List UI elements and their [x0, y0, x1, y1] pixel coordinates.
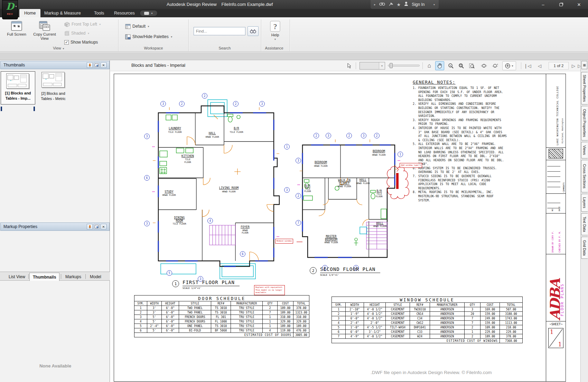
table-cell: 3 — [465, 307, 480, 312]
sign-in-caret-icon[interactable]: ▼ — [433, 3, 436, 6]
table-cell: C34 — [410, 316, 430, 321]
orbit-icon — [481, 63, 487, 69]
auto-hide-pin-button[interactable] — [87, 224, 93, 229]
home-view-button[interactable]: ⌂ — [425, 61, 434, 70]
favorites-star-icon[interactable]: ★ — [397, 2, 401, 7]
markup-new-window-bar[interactable] — [396, 173, 399, 189]
chevron-down-icon: ▼ — [151, 12, 153, 15]
column-header: REF# — [410, 303, 430, 307]
first-page-button[interactable]: ❘◁ — [524, 61, 531, 70]
expand-icon[interactable]: ▸ — [374, 3, 376, 6]
markup-callout-remove[interactable]: Remove window — [275, 239, 293, 244]
svg-text:7: 7 — [298, 221, 299, 225]
thumbnail-label-2[interactable]: [2] Blocks and Tables - Metric — [37, 91, 69, 101]
steering-wheel-icon — [505, 63, 511, 69]
tab-markup-measure[interactable]: Markup & Measure — [39, 9, 86, 17]
tab-tools[interactable]: Tools — [89, 9, 109, 17]
table-cell: 310.00 — [278, 315, 293, 319]
markup-callout-replace[interactable]: Replace with equivalent. This model is n… — [254, 285, 285, 295]
tab-object-properties[interactable]: Object Properties — [581, 106, 588, 140]
sheet-label: ~SHEET~ — [546, 322, 566, 326]
table-cell: TS 3010 — [211, 306, 231, 310]
fit-to-window-button[interactable] — [467, 61, 476, 70]
ribbon-display-options-button[interactable]: ▼ — [140, 10, 158, 16]
tab-views[interactable]: Views — [581, 142, 588, 158]
sign-in-button[interactable]: Sign In — [412, 2, 424, 7]
pan-tool-button[interactable] — [435, 61, 444, 70]
next-page-button[interactable]: ▷ — [570, 61, 577, 70]
zoom-combobox[interactable]: ▼ — [360, 62, 385, 70]
communication-center-icon[interactable] — [389, 1, 393, 8]
orbit-button[interactable] — [479, 61, 488, 70]
column-header: REF# — [211, 301, 231, 306]
column-header: STYLE — [386, 303, 410, 307]
close-panel-button[interactable]: ✕ — [101, 62, 106, 68]
svg-text:2: 2 — [235, 102, 237, 106]
copy-current-view-button[interactable]: Copy Current View — [30, 19, 59, 45]
tab-list-view[interactable]: List View — [6, 273, 28, 281]
tab-text-data[interactable]: Text Data — [581, 213, 588, 235]
column-header: MANUFACTURER — [430, 303, 465, 307]
tab-resources[interactable]: Resources — [109, 9, 140, 17]
find-input[interactable] — [194, 29, 251, 33]
restore-icon — [559, 3, 563, 6]
table-cell: 169.00 — [480, 307, 500, 312]
close-panel-button[interactable]: ✕ — [101, 224, 106, 229]
tab-model[interactable]: Model — [87, 273, 104, 281]
application-menu-button[interactable]: D REV ▼ — [2, 0, 18, 19]
table-cell: 4 — [263, 328, 278, 333]
show-markups-checkbox[interactable]: ✓ Show Markups — [64, 39, 98, 46]
thumbnail-label-1[interactable]: [1] Blocks and Tables - Imp... — [1, 91, 35, 101]
view-group-label[interactable]: View ▼ — [35, 46, 83, 52]
previous-page-button[interactable]: ◁ — [536, 61, 543, 70]
user-icon[interactable] — [404, 1, 408, 8]
svg-text:3: 3 — [328, 134, 329, 137]
table-cell: 4'-0 1/2" — [364, 312, 386, 316]
full-screen-button[interactable]: Full Screen — [4, 19, 29, 45]
table-cell: 329.00 — [278, 319, 293, 324]
panel-options-button[interactable] — [94, 62, 100, 68]
titlebar: Autodesk Design Review FileInfo.com Exam… — [0, 0, 588, 9]
close-button[interactable]: ✕ — [570, 0, 588, 9]
table-cell: 4 — [332, 321, 346, 325]
column-header: HEIGHT — [364, 303, 386, 307]
table-cell: 6'-8" — [162, 315, 179, 319]
search-binoculars-button[interactable] — [248, 26, 259, 36]
tab-layers[interactable]: Layers — [581, 194, 588, 212]
tab-sheet-properties[interactable]: Sheet Properties — [581, 72, 588, 104]
markup-callout-add-window[interactable]: Add window type 1 — [400, 163, 422, 168]
zoom-slider[interactable] — [388, 65, 420, 66]
tab-grid-data[interactable]: Grid Data — [581, 237, 588, 259]
select-tool-button[interactable] — [345, 61, 354, 70]
minimize-button[interactable]: – — [534, 0, 552, 9]
shaded-button: Shaded ▼ — [64, 30, 90, 37]
tab-home[interactable]: Home — [19, 9, 40, 17]
help-button[interactable]: ? Help ▼ — [265, 19, 285, 45]
thumbnail-image-2[interactable] — [41, 72, 65, 88]
restore-button[interactable] — [552, 0, 570, 9]
zoom-in-out-button[interactable]: ± — [446, 61, 455, 70]
tab-cross-sections[interactable]: Cross Sections — [581, 160, 588, 192]
selection-tick — [34, 107, 35, 111]
panel-options-button[interactable] — [94, 224, 100, 229]
markup-properties-title: Markup Properties — [3, 224, 37, 229]
show-hide-palettes-button[interactable]: Show/Hide Palettes ▼ — [125, 33, 173, 40]
tab-thumbnails[interactable]: Thumbnails — [29, 273, 59, 281]
steering-wheel-button[interactable]: ▼ — [502, 61, 516, 70]
palette-rail-button[interactable]: ▦ — [581, 61, 587, 69]
zoom-rectangle-button[interactable] — [457, 61, 466, 70]
turntable-orbit-button[interactable] — [491, 61, 500, 70]
left-panel: Thumbnails ✕ [1] Blocks and Tables - Imp… — [0, 60, 110, 382]
tab-markups[interactable]: Markups — [62, 273, 84, 281]
search-icon[interactable] — [379, 1, 385, 8]
auto-hide-pin-button[interactable] — [87, 62, 93, 68]
shaded-caret-icon: ▼ — [87, 32, 90, 35]
palettes-caret-icon: ▼ — [170, 36, 173, 38]
thumbnail-image-1[interactable] — [6, 73, 29, 89]
svg-text:2: 2 — [204, 94, 206, 98]
table-cell: ANDERSEN — [430, 334, 465, 339]
find-combobox[interactable]: ▼ — [194, 27, 245, 35]
workspace-default-button[interactable]: Default ▼ — [125, 23, 150, 30]
zoom-slider-thumb[interactable] — [390, 63, 393, 68]
drawing-sheet[interactable]: LAUNDRY TILE FLOOR HALL HRWD FLOOR B/R T… — [114, 74, 566, 382]
